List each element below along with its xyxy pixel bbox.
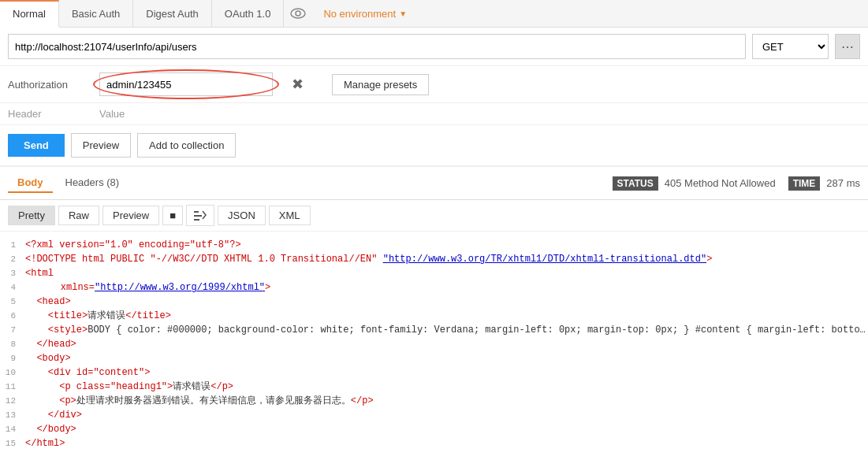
line-num-12: 12 xyxy=(0,394,25,408)
tab-digest-auth-label: Digest Auth xyxy=(146,8,199,20)
line-content-2: <!DOCTYPE html PUBLIC "-//W3C//DTD XHTML… xyxy=(25,252,868,266)
tab-oauth[interactable]: OAuth 1.0 xyxy=(212,0,285,27)
response-headers-tab[interactable]: Headers (8) xyxy=(56,173,129,193)
line-content-6: <title>请求错误</title> xyxy=(25,309,868,323)
env-chevron-icon: ▼ xyxy=(399,9,407,18)
auth-value-input[interactable] xyxy=(99,72,273,96)
json-button[interactable]: JSON xyxy=(218,206,266,225)
line-content-5: <head> xyxy=(25,295,868,309)
tab-bar: Normal Basic Auth Digest Auth OAuth 1.0 … xyxy=(0,0,868,28)
header-col-label: Header xyxy=(8,108,87,120)
status-badge: STATUS xyxy=(613,176,658,191)
code-line-8: 8 </head> xyxy=(0,337,868,351)
raw-label: Raw xyxy=(69,210,89,221)
url-input[interactable]: http://localhost:21074/userInfo/api/user… xyxy=(8,34,746,59)
line-num-7: 7 xyxy=(0,323,25,337)
line-num-8: 8 xyxy=(0,337,25,351)
tab-normal-label: Normal xyxy=(13,8,46,20)
line-num-15: 15 xyxy=(0,436,25,451)
line-num-9: 9 xyxy=(0,351,25,365)
pretty-button[interactable]: Pretty xyxy=(8,206,55,225)
preview-format-label: Preview xyxy=(113,210,149,221)
expand-icon: ⋯ xyxy=(841,39,854,54)
line-num-4: 4 xyxy=(0,280,25,295)
eye-icon[interactable] xyxy=(284,0,312,27)
raw-button[interactable]: Raw xyxy=(58,206,99,225)
tab-digest-auth[interactable]: Digest Auth xyxy=(133,0,212,27)
env-label: No environment xyxy=(323,8,396,20)
line-num-6: 6 xyxy=(0,309,25,323)
line-content-8: </head> xyxy=(25,337,868,351)
preview-label: Preview xyxy=(83,139,119,151)
code-line-15: 15 </html> xyxy=(0,436,868,451)
svg-rect-2 xyxy=(194,211,199,213)
line-content-9: <body> xyxy=(25,351,868,365)
time-label: TIME xyxy=(793,178,816,189)
line-content-13: </div> xyxy=(25,408,868,422)
value-col-label: Value xyxy=(99,108,125,120)
header-row: Header Value xyxy=(0,103,868,125)
code-line-13: 13 </div> xyxy=(0,408,868,422)
auth-label: Authorization xyxy=(8,79,87,91)
line-content-12: <p>处理请求时服务器遇到错误。有关详细信息，请参见服务器日志。</p> xyxy=(25,394,868,408)
status-value: 405 Method Not Allowed xyxy=(665,177,776,189)
line-content-4: xmlns="http://www.w3.org/1999/xhtml"> xyxy=(25,280,868,295)
environment-selector[interactable]: No environment ▼ xyxy=(315,0,415,27)
code-line-3: 3 <html xyxy=(0,266,868,280)
line-num-3: 3 xyxy=(0,266,25,280)
xml-label: XML xyxy=(279,210,300,221)
line-content-1: <?xml version="1.0" encoding="utf-8"?> xyxy=(25,238,868,252)
response-body-tab[interactable]: Body xyxy=(8,173,53,193)
code-line-10: 10 <div id="content"> xyxy=(0,365,868,380)
line-content-15: </html> xyxy=(25,436,868,451)
auth-input-wrap xyxy=(99,72,273,96)
line-num-14: 14 xyxy=(0,422,25,436)
time-badge: TIME xyxy=(788,176,821,191)
headers-tab-label: Headers (8) xyxy=(65,176,120,188)
format-bar: Pretty Raw Preview ■ JSON XML xyxy=(0,200,868,232)
line-content-3: <html xyxy=(25,266,868,280)
code-line-5: 5 <head> xyxy=(0,295,868,309)
code-line-1: 1 <?xml version="1.0" encoding="utf-8"?> xyxy=(0,238,868,252)
clear-auth-button[interactable]: ✖ xyxy=(292,77,304,91)
send-button[interactable]: Send xyxy=(8,134,65,157)
code-line-14: 14 </body> xyxy=(0,422,868,436)
status-label: STATUS xyxy=(617,178,654,189)
line-num-5: 5 xyxy=(0,295,25,309)
preview-button[interactable]: Preview xyxy=(71,133,131,158)
line-num-10: 10 xyxy=(0,365,25,380)
add-to-collection-button[interactable]: Add to collection xyxy=(137,133,236,158)
tab-oauth-label: OAuth 1.0 xyxy=(225,8,271,20)
send-label: Send xyxy=(24,139,49,151)
toggle-wrap-button[interactable]: ■ xyxy=(162,206,183,225)
code-panel: 1 <?xml version="1.0" encoding="utf-8"?>… xyxy=(0,232,868,457)
manage-presets-button[interactable]: Manage presets xyxy=(332,74,429,95)
time-value: 287 ms xyxy=(826,177,860,189)
url-bar: http://localhost:21074/userInfo/api/user… xyxy=(0,28,868,66)
json-label: JSON xyxy=(228,210,255,221)
code-line-12: 12 <p>处理请求时服务器遇到错误。有关详细信息，请参见服务器日志。</p> xyxy=(0,394,868,408)
xml-button[interactable]: XML xyxy=(269,206,311,225)
code-line-9: 9 <body> xyxy=(0,351,868,365)
code-line-2: 2 <!DOCTYPE html PUBLIC "-//W3C//DTD XHT… xyxy=(0,252,868,266)
action-bar: Send Preview Add to collection xyxy=(0,125,868,166)
tab-normal[interactable]: Normal xyxy=(0,0,59,28)
line-num-2: 2 xyxy=(0,252,25,266)
line-content-14: </body> xyxy=(25,422,868,436)
manage-presets-label: Manage presets xyxy=(344,79,417,91)
tab-basic-auth[interactable]: Basic Auth xyxy=(59,0,133,27)
add-collection-label: Add to collection xyxy=(149,139,224,151)
format-icon-button[interactable] xyxy=(186,205,214,226)
line-content-7: <style>BODY { color: #000000; background… xyxy=(25,323,868,337)
method-select[interactable]: GET POST PUT DELETE PATCH HEAD OPTIONS xyxy=(752,34,829,59)
code-line-7: 7 <style>BODY { color: #000000; backgrou… xyxy=(0,323,868,337)
expand-button[interactable]: ⋯ xyxy=(835,34,860,59)
line-num-11: 11 xyxy=(0,380,25,394)
pretty-label: Pretty xyxy=(18,210,45,221)
code-line-4: 4 xmlns="http://www.w3.org/1999/xhtml"> xyxy=(0,280,868,295)
line-content-11: <p class="heading1">请求错误</p> xyxy=(25,380,868,394)
line-num-1: 1 xyxy=(0,238,25,252)
svg-rect-3 xyxy=(194,215,202,217)
preview-format-button[interactable]: Preview xyxy=(102,206,159,225)
body-tab-label: Body xyxy=(17,176,43,188)
